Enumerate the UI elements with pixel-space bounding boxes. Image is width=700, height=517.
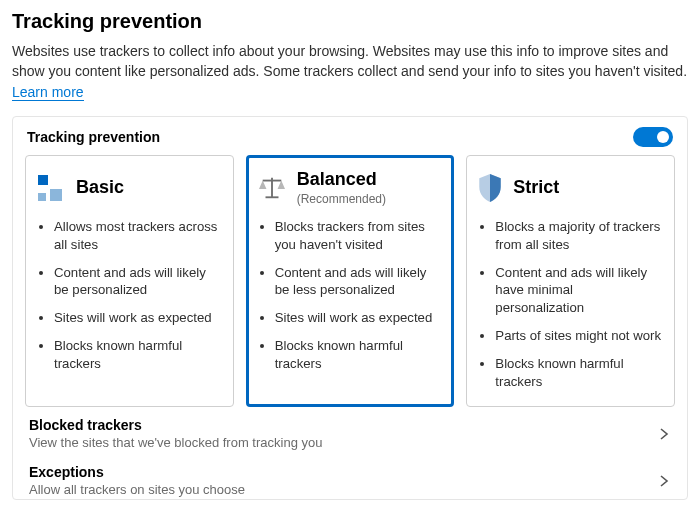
list-item: Sites will work as expected [275, 309, 444, 327]
tracking-prevention-toggle[interactable] [633, 127, 673, 147]
list-item: Allows most trackers across all sites [54, 218, 223, 254]
list-item: Content and ads will likely be less pers… [275, 264, 444, 300]
balanced-feature-list: Blocks trackers from sites you haven't v… [257, 218, 444, 373]
blocked-trackers-title: Blocked trackers [29, 417, 322, 433]
scale-icon [257, 175, 287, 201]
exceptions-subtitle: Allow all trackers on sites you choose [29, 482, 245, 497]
basic-title: Basic [76, 178, 124, 198]
strict-feature-list: Blocks a majority of trackers from all s… [477, 218, 664, 391]
exceptions-title: Exceptions [29, 464, 245, 480]
page-title: Tracking prevention [12, 10, 688, 33]
list-item: Blocks known harmful trackers [495, 355, 664, 391]
tracking-level-basic[interactable]: Basic Allows most trackers across all si… [25, 155, 234, 408]
chevron-right-icon [657, 474, 671, 488]
list-item: Blocks known harmful trackers [275, 337, 444, 373]
toggle-knob [657, 131, 669, 143]
page-description: Websites use trackers to collect info ab… [12, 41, 688, 102]
tracking-level-strict[interactable]: Strict Blocks a majority of trackers fro… [466, 155, 675, 408]
list-item: Sites will work as expected [54, 309, 223, 327]
blocked-trackers-subtitle: View the sites that we've blocked from t… [29, 435, 322, 450]
description-text: Websites use trackers to collect info ab… [12, 43, 687, 79]
list-item: Content and ads will likely be personali… [54, 264, 223, 300]
chevron-right-icon [657, 427, 671, 441]
basic-feature-list: Allows most trackers across all sites Co… [36, 218, 223, 373]
balanced-title: Balanced [297, 170, 386, 190]
panel-title: Tracking prevention [27, 129, 160, 145]
basic-icon [36, 173, 66, 203]
list-item: Parts of sites might not work [495, 327, 664, 345]
balanced-subtitle: (Recommended) [297, 192, 386, 206]
list-item: Content and ads will likely have minimal… [495, 264, 664, 317]
list-item: Blocks trackers from sites you haven't v… [275, 218, 444, 254]
learn-more-link[interactable]: Learn more [12, 84, 84, 101]
shield-icon [477, 173, 503, 203]
blocked-trackers-row[interactable]: Blocked trackers View the sites that we'… [25, 407, 675, 454]
tracking-prevention-panel: Tracking prevention Basic Allows most tr… [12, 116, 688, 501]
exceptions-row[interactable]: Exceptions Allow all trackers on sites y… [25, 454, 675, 497]
list-item: Blocks a majority of trackers from all s… [495, 218, 664, 254]
strict-title: Strict [513, 178, 559, 198]
list-item: Blocks known harmful trackers [54, 337, 223, 373]
tracking-level-balanced[interactable]: Balanced (Recommended) Blocks trackers f… [246, 155, 455, 408]
